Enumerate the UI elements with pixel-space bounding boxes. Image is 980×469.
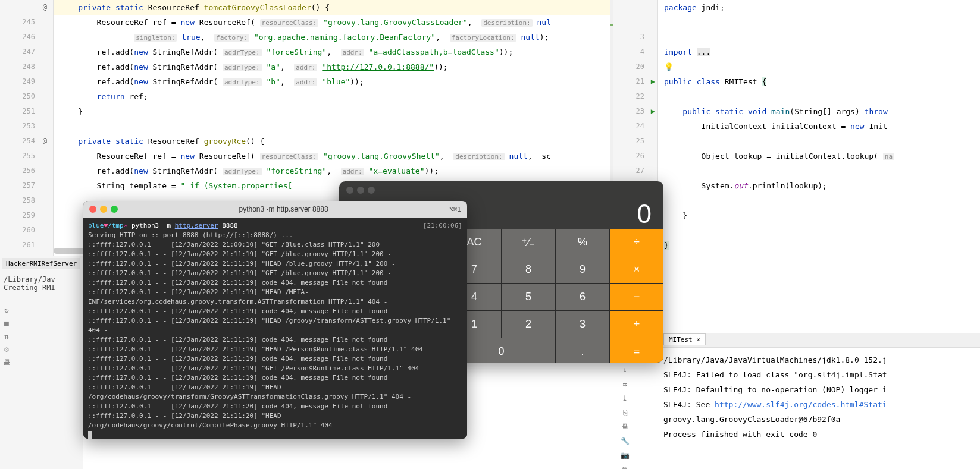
console-line: SLF4J: Failed to load class "org.slf4j.i…	[663, 367, 974, 382]
calc-btn-9[interactable]: 9	[556, 256, 609, 283]
term-shortcut: ⌥⌘1	[449, 206, 461, 213]
calc-close-icon[interactable]	[346, 187, 353, 194]
calc-btn-−[interactable]: −	[610, 284, 663, 310]
gutter-line-number: 27	[613, 163, 657, 178]
breadcrumb-file[interactable]: HackerRMIRefServer	[2, 258, 80, 269]
code-line[interactable]: System.out.println(lookup);	[664, 178, 980, 193]
code-line[interactable]: ResourceRef ref = new ResourceRef( resou…	[54, 15, 613, 30]
term-titlebar[interactable]: python3 -m http.server 8888 ⌥⌘1	[83, 201, 467, 218]
gutter-line-number: 22	[613, 89, 657, 104]
code-line[interactable]: ref.add(new StringRefAddr( addrType: "fo…	[54, 163, 613, 178]
code-line[interactable]	[664, 15, 980, 30]
run-output-left: /Library/Jav Creating RMI	[0, 272, 83, 295]
term-max-icon[interactable]	[111, 206, 118, 213]
editor-right: 342021▶2223▶2425262728 package jndi;impo…	[613, 0, 980, 333]
export-icon[interactable]: ⎘	[619, 408, 630, 419]
console-toolbar: ↑ ↓ ⇆ ⤓ ⎘ 🖶 🔧 📷 🗑	[618, 350, 644, 469]
code-line[interactable]: 💡	[664, 59, 980, 74]
down-icon[interactable]: ↓	[619, 366, 630, 376]
wrap-icon[interactable]: ⇆	[619, 380, 630, 391]
gutter-line-number: 3	[613, 30, 657, 45]
calc-btn-5[interactable]: 5	[502, 284, 555, 310]
code-line[interactable]: }	[54, 104, 613, 119]
gutter-line-number: 258	[0, 193, 53, 208]
calc-btn-8[interactable]: 8	[502, 256, 555, 283]
code-line[interactable]: private static ResourceRef groovyRce() {	[54, 134, 613, 149]
gutter-line-number: 20	[613, 59, 657, 74]
console-tab[interactable]: MITest ×	[663, 333, 706, 345]
code-line[interactable]: return ref;	[54, 89, 613, 104]
code-line[interactable]	[664, 30, 980, 45]
filter-icon[interactable]: 🔧	[619, 437, 630, 448]
code-line[interactable]: ResourceRef ref = new ResourceRef( resou…	[54, 149, 613, 163]
code-line[interactable]: import ...	[664, 45, 980, 59]
stop-icon[interactable]: ■	[1, 319, 12, 329]
calc-btn-%[interactable]: %	[556, 229, 609, 256]
code-line[interactable]: ref.add(new StringRefAddr( addrType: "a"…	[54, 59, 613, 74]
gutter-line-number: 261	[0, 238, 53, 253]
calc-min-icon[interactable]	[357, 187, 364, 194]
term-traffic-lights[interactable]	[89, 206, 118, 213]
code-line[interactable]	[664, 223, 980, 238]
code-line[interactable]	[54, 119, 613, 134]
code-line[interactable]: singleton: true, factory: "org.apache.na…	[54, 30, 613, 45]
calc-traffic-lights[interactable]	[346, 187, 375, 194]
gutter-line-number: 253	[0, 119, 53, 134]
gutter-line-number: 251	[0, 104, 53, 119]
code-line[interactable]	[664, 89, 980, 104]
calc-btn-=[interactable]: =	[610, 338, 663, 363]
code-line[interactable]: Object lookup = initialContext.lookup( n…	[664, 149, 980, 163]
calc-btn-2[interactable]: 2	[502, 311, 555, 338]
code-line[interactable]: InitialContext initialContext = new Init	[664, 119, 980, 134]
code-line[interactable]: package jndi;	[664, 0, 980, 15]
calc-btn-6[interactable]: 6	[556, 284, 609, 310]
gutter-line-number: 249	[0, 74, 53, 89]
layout-icon[interactable]: ⇅	[1, 332, 12, 342]
console-link[interactable]: http://www.slf4j.org/codes.html#Stati	[715, 400, 887, 409]
snapshot-icon[interactable]: 📷	[619, 451, 630, 462]
calc-btn-⁺∕₋[interactable]: ⁺∕₋	[502, 229, 555, 256]
gutter-line-number: 246	[0, 30, 53, 45]
gutter-line-number: 21▶	[613, 74, 657, 89]
settings-icon[interactable]: ⚙	[1, 345, 12, 355]
console-right: MITest × /Library/Java/JavaVirtualMachin…	[613, 333, 980, 469]
run-toolbar: ↻ ■ ⇅ ⚙ 🖶	[1, 303, 13, 371]
code-line[interactable]: public static void main(String[] args) t…	[664, 104, 980, 119]
code-line[interactable]: }	[664, 238, 980, 253]
term-min-icon[interactable]	[100, 206, 107, 213]
print-icon[interactable]: 🖶	[1, 358, 12, 369]
calc-btn-.[interactable]: .	[556, 338, 609, 363]
calc-titlebar[interactable]	[339, 181, 663, 199]
code-line[interactable]	[664, 134, 980, 149]
term-body[interactable]: blue♥/tmp» python3 -m http.server 8888[2…	[83, 218, 467, 439]
code-line[interactable]: ref.add(new StringRefAddr( addrType: "fo…	[54, 45, 613, 59]
gutter-line-number: 256	[0, 163, 53, 178]
rerun-icon[interactable]: ↻	[1, 306, 12, 316]
calc-btn-÷[interactable]: ÷	[610, 229, 663, 256]
calc-max-icon[interactable]	[368, 187, 375, 194]
gutter-line-number: 25	[613, 134, 657, 149]
term-close-icon[interactable]	[89, 206, 96, 213]
calc-btn-×[interactable]: ×	[610, 256, 663, 283]
term-title: python3 -m http.server 8888	[118, 205, 449, 213]
scroll-end-icon[interactable]: ⤓	[619, 394, 630, 405]
code-line[interactable]	[664, 163, 980, 178]
calc-btn-+[interactable]: +	[610, 311, 663, 338]
terminal-window[interactable]: python3 -m http.server 8888 ⌥⌘1 blue♥/tm…	[83, 201, 467, 439]
calc-btn-3[interactable]: 3	[556, 311, 609, 338]
gutter-line-number: 23▶	[613, 104, 657, 119]
code-line[interactable]	[664, 193, 980, 208]
code-line[interactable]: public class RMITest {	[664, 74, 980, 89]
console-content: /Library/Java/JavaVirtualMachines/jdk1.8…	[613, 348, 980, 446]
gutter-line-number: 247	[0, 45, 53, 59]
close-icon[interactable]: ×	[696, 336, 700, 344]
code-right[interactable]: package jndi;import ...💡public class RMI…	[664, 0, 980, 253]
console-line: /Library/Java/JavaVirtualMachines/jdk1.8…	[663, 352, 974, 367]
console-line: Process finished with exit code 0	[663, 427, 974, 442]
code-line[interactable]: private static ResourceRef tomcatGroovyC…	[54, 0, 613, 15]
print2-icon[interactable]: 🖶	[619, 423, 630, 433]
code-line[interactable]: }	[664, 208, 980, 223]
code-line[interactable]: ref.add(new StringRefAddr( addrType: "b"…	[54, 74, 613, 89]
gutter-line-number: 245	[0, 15, 53, 30]
trash-icon[interactable]: 🗑	[619, 465, 630, 469]
